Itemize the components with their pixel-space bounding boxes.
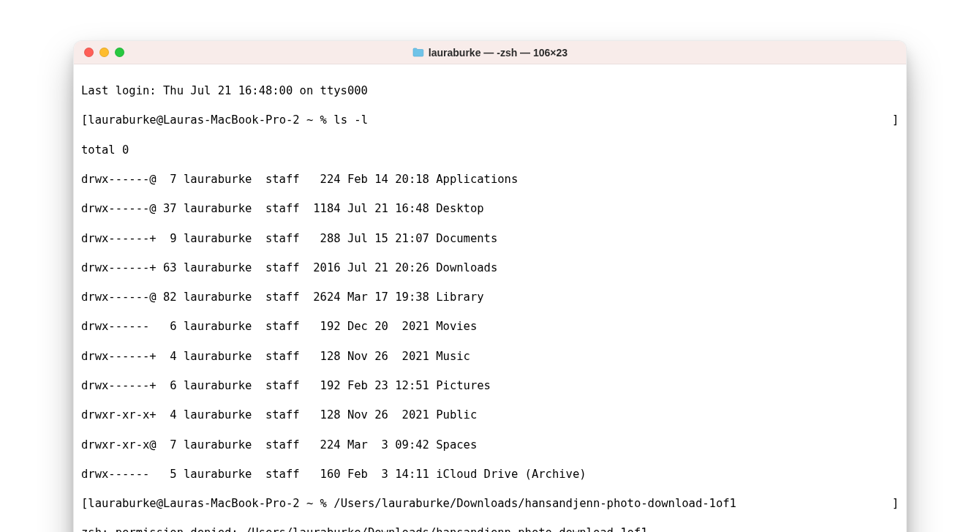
minimize-button[interactable] — [99, 48, 109, 57]
traffic-lights — [74, 48, 124, 57]
bracket-left: [ — [81, 113, 88, 127]
bracket-right: ] — [892, 496, 899, 511]
maximize-button[interactable] — [115, 48, 124, 57]
listing-row: drwx------ 5 lauraburke staff 160 Feb 3 … — [81, 467, 899, 482]
listing-row: drwx------@ 37 lauraburke staff 1184 Jul… — [81, 201, 899, 216]
prompt-prefix: lauraburke@Lauras-MacBook-Pro-2 ~ % — [88, 113, 327, 127]
listing-row: drwx------+ 63 lauraburke staff 2016 Jul… — [81, 261, 899, 275]
listing-row: drwx------+ 4 lauraburke staff 128 Nov 2… — [81, 349, 899, 364]
total-line: total 0 — [81, 143, 899, 157]
last-login-line: Last login: Thu Jul 21 16:48:00 on ttys0… — [81, 83, 899, 98]
error-line: zsh: permission denied: /Users/lauraburk… — [81, 525, 899, 532]
bracket-right: ] — [892, 113, 899, 127]
listing-row: drwx------+ 9 lauraburke staff 288 Jul 1… — [81, 231, 899, 246]
command-path: /Users/lauraburke/Downloads/hansandjenn-… — [333, 497, 736, 510]
window-title: lauraburke — -zsh — 106×23 — [429, 47, 568, 59]
prompt-line-1: [lauraburke@Lauras-MacBook-Pro-2 ~ % ls … — [81, 113, 899, 127]
folder-icon — [412, 48, 424, 57]
terminal-window: lauraburke — -zsh — 106×23 Last login: T… — [73, 40, 907, 532]
close-button[interactable] — [84, 48, 94, 57]
prompt-prefix: lauraburke@Lauras-MacBook-Pro-2 ~ % — [88, 497, 327, 510]
listing-row: drwx------ 6 lauraburke staff 192 Dec 20… — [81, 319, 899, 334]
prompt-line-2: [lauraburke@Lauras-MacBook-Pro-2 ~ % /Us… — [81, 496, 899, 511]
terminal-content[interactable]: Last login: Thu Jul 21 16:48:00 on ttys0… — [74, 64, 906, 532]
listing-row: drwxr-xr-x+ 4 lauraburke staff 128 Nov 2… — [81, 408, 899, 422]
listing-row: drwx------@ 7 lauraburke staff 224 Feb 1… — [81, 172, 899, 187]
window-title-wrap: lauraburke — -zsh — 106×23 — [74, 47, 906, 59]
bracket-left: [ — [81, 497, 88, 510]
title-bar[interactable]: lauraburke — -zsh — 106×23 — [74, 41, 906, 64]
command-ls: ls -l — [333, 113, 368, 127]
listing-row: drwx------+ 6 lauraburke staff 192 Feb 2… — [81, 378, 899, 393]
listing-row: drwxr-xr-x@ 7 lauraburke staff 224 Mar 3… — [81, 438, 899, 452]
listing-row: drwx------@ 82 lauraburke staff 2624 Mar… — [81, 290, 899, 304]
